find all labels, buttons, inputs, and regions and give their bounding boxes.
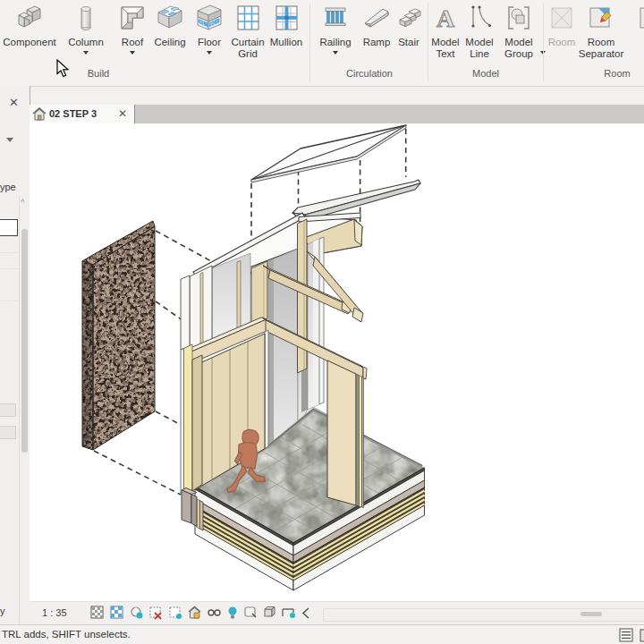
svg-text:A: A: [436, 4, 455, 32]
